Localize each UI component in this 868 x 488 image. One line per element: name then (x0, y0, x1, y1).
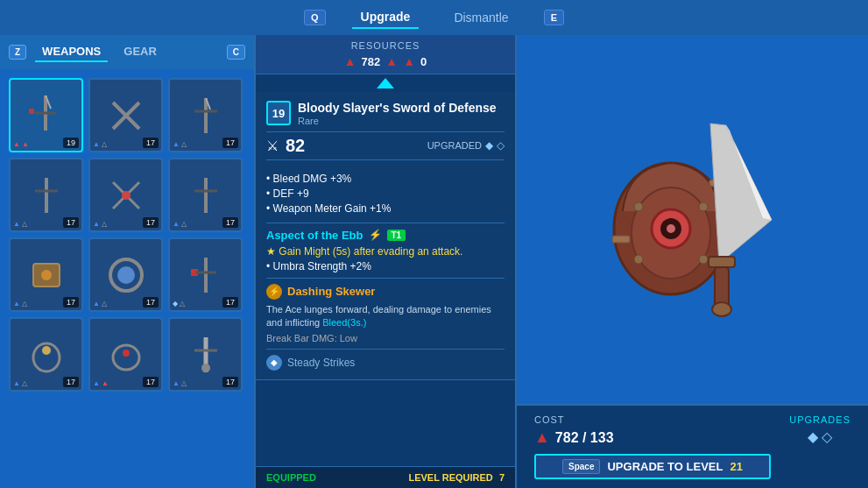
res-icons-11: ▲△ (173, 379, 187, 387)
level-4: 17 (143, 217, 159, 228)
upgrades-section: UPGRADES ◆ ◇ (789, 414, 850, 445)
weapon-item-6[interactable]: ▲△ 17 (9, 237, 83, 312)
cost-tri-icon: ▲ (534, 428, 550, 447)
svg-point-29 (201, 364, 210, 372)
z-key[interactable]: Z (9, 45, 26, 60)
svg-point-35 (634, 202, 643, 211)
weapon-item-3[interactable]: ▲△ 17 (9, 158, 83, 232)
svg-point-44 (712, 302, 731, 316)
upgrades-label: UPGRADES (789, 414, 850, 425)
weapon-item-4[interactable]: ▲△ 17 (88, 158, 163, 232)
weapon-item-11[interactable]: ▲△ 17 (168, 317, 243, 392)
left-panel: Z WEAPONS GEAR C ▲▲ 19 ▲△ (0, 35, 254, 488)
item-name-block: Bloody Slayer's Sword of Defense Rare (298, 101, 497, 126)
res-icons-8: ◆△ (173, 300, 185, 308)
skill-desc: The Ace lunges forward, dealing damage t… (266, 303, 505, 330)
skill-name: Dashing Skewer (287, 285, 375, 298)
svg-point-25 (113, 345, 139, 370)
tab-row: Z WEAPONS GEAR C (0, 35, 254, 69)
level-8: 17 (222, 297, 238, 308)
item-level-badge: 19 (266, 101, 291, 125)
aspect-header: Aspect of the Ebb ⚡ T1 (266, 229, 505, 242)
item-rarity: Rare (298, 116, 497, 126)
level-3: 17 (63, 217, 79, 228)
cost-upgrade-inner: COST ▲ 782 / 133 UPGRADES ◆ ◇ Space (534, 414, 850, 479)
level-0: 19 (63, 138, 79, 148)
cost-label: COST (534, 414, 614, 425)
weapon-item-10[interactable]: ▲▲ 17 (88, 317, 163, 392)
stat-def: DEF +9 (266, 187, 505, 200)
svg-rect-42 (709, 257, 735, 267)
svg-point-19 (117, 266, 135, 284)
c-key[interactable]: C (227, 45, 245, 60)
skill-highlight: Bleed(3s.) (322, 317, 366, 328)
aspect-t-badge: T1 (387, 230, 406, 241)
resources-bar: RESOURCES ▲ 782 ▲ ▲ 0 (256, 35, 515, 74)
weapon-item-1[interactable]: ▲△ 17 (88, 78, 163, 152)
aspect-thunder-icon: ⚡ (369, 229, 382, 241)
steady-section: ◆ Steady Strikes (266, 349, 505, 371)
item-name: Bloody Slayer's Sword of Defense (298, 101, 497, 116)
upgrade-diamond-filled: ◆ (808, 428, 818, 445)
weapon-item-8[interactable]: ◆△ 17 (168, 237, 243, 312)
cost-upgrade-bar: COST ▲ 782 / 133 UPGRADES ◆ ◇ Space (517, 404, 868, 488)
level-5: 17 (222, 217, 238, 228)
stats-list: Bleed DMG +3% DEF +9 Weapon Meter Gain +… (266, 167, 505, 223)
weapon-svg (579, 106, 807, 334)
e-key[interactable]: E (544, 10, 564, 25)
res-icons-3: ▲△ (13, 220, 27, 228)
top-nav: Q Upgrade Dismantle E (0, 0, 868, 35)
res-icons-5: ▲△ (173, 220, 187, 228)
equipped-badge: EQUIPPED (266, 472, 316, 483)
res-icons-1: ▲△ (93, 140, 107, 148)
middle-panel: RESOURCES ▲ 782 ▲ ▲ 0 19 Bloody Slayer's… (254, 35, 517, 488)
svg-point-37 (634, 255, 643, 264)
upgrades-icons: ◆ ◇ (789, 428, 850, 445)
weapon-item-7[interactable]: ▲△ 17 (88, 237, 163, 312)
steady-icon: ◆ (266, 355, 282, 371)
weapons-tab[interactable]: WEAPONS (35, 42, 108, 62)
svg-rect-45 (612, 236, 630, 243)
res-icons-10: ▲▲ (93, 379, 109, 387)
upgrade-to-level-button[interactable]: Space UPGRADE TO LEVEL 21 (534, 454, 771, 479)
level-11: 17 (222, 377, 238, 387)
diamond-icon-2: ◇ (497, 139, 505, 152)
item-header: 19 Bloody Slayer's Sword of Defense Rare (266, 101, 505, 126)
footer-bar: EQUIPPED LEVEL REQUIRED 7 (256, 466, 515, 488)
upgraded-badge: UPGRADED ◆ ◇ (427, 139, 505, 152)
weapon-item-5[interactable]: ▲△ 17 (168, 158, 243, 232)
arrow-pointer (256, 74, 515, 92)
res-amount2: 0 (420, 55, 427, 68)
steady-header: ◆ Steady Strikes (266, 355, 505, 371)
item-card: 19 Bloody Slayer's Sword of Defense Rare… (256, 92, 515, 380)
svg-rect-43 (715, 267, 729, 307)
q-key[interactable]: Q (304, 10, 326, 25)
level-2: 17 (222, 138, 238, 148)
upgrade-action-row: Space UPGRADE TO LEVEL 21 (534, 454, 850, 479)
upgrade-diamond-empty: ◇ (822, 428, 832, 445)
right-panel: COST ▲ 782 / 133 UPGRADES ◆ ◇ Space (517, 35, 868, 488)
resources-row: ▲ 782 ▲ ▲ 0 (265, 54, 506, 68)
res-amount1: 782 (362, 55, 381, 68)
level-7: 17 (143, 297, 159, 308)
aspect-stat-1: Umbra Strength +2% (266, 260, 505, 272)
dismantle-tab[interactable]: Dismantle (445, 7, 517, 28)
level-9: 17 (63, 377, 79, 387)
weapon-item-2[interactable]: ▲△ 17 (168, 78, 243, 152)
top-cost-row: COST ▲ 782 / 133 UPGRADES ◆ ◇ (534, 414, 850, 447)
upgrade-tab[interactable]: Upgrade (352, 6, 420, 29)
svg-point-17 (41, 270, 52, 280)
upgrade-level-value: 21 (730, 460, 742, 473)
weapon-item-9[interactable]: ▲△ 17 (9, 317, 83, 392)
resources-title: RESOURCES (265, 40, 506, 51)
svg-point-36 (699, 202, 708, 211)
cost-section: COST ▲ 782 / 133 (534, 414, 614, 447)
weapon-item-0[interactable]: ▲▲ 19 (9, 78, 83, 152)
gear-tab[interactable]: GEAR (116, 42, 164, 62)
svg-point-24 (42, 346, 51, 355)
svg-point-13 (122, 191, 131, 200)
stat-weapon-meter: Weapon Meter Gain +1% (266, 202, 505, 215)
skill-section: ⚡ Dashing Skewer The Ace lunges forward,… (266, 278, 505, 343)
weapon-grid: ▲▲ 19 ▲△ 17 ▲△ 17 (0, 69, 254, 400)
svg-marker-40 (710, 124, 772, 264)
